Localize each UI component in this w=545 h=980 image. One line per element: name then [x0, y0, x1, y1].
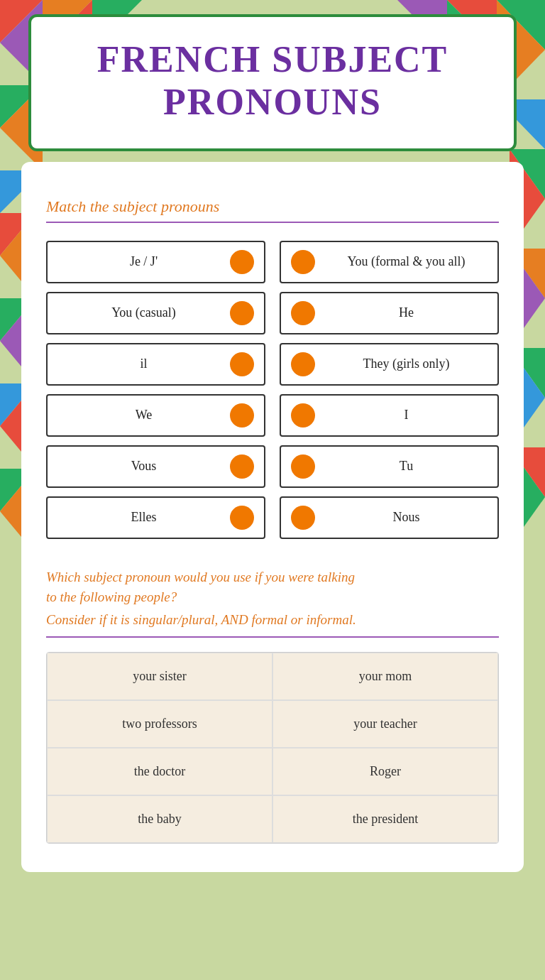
page-title: FRENCH SUBJECT PRONOUNS — [60, 38, 485, 124]
match-grid: Je / J' You (formal & you all) You (casu… — [46, 241, 499, 539]
match-item-left[interactable]: il — [46, 343, 265, 386]
match-label-left: You (casual) — [57, 305, 230, 320]
match-label-left: Elles — [57, 510, 230, 525]
answer-cell[interactable]: your mom — [272, 653, 498, 700]
match-label-right: Tu — [325, 459, 488, 474]
connector-dot[interactable] — [291, 403, 315, 428]
match-item-right[interactable]: They (girls only) — [280, 343, 499, 386]
connector-dot[interactable] — [230, 454, 254, 479]
connector-dot[interactable] — [230, 352, 254, 376]
answer-row: your sister your mom — [47, 653, 498, 700]
match-item-right[interactable]: He — [280, 292, 499, 334]
answer-cell[interactable]: your teacher — [272, 700, 498, 748]
match-label-right: He — [325, 305, 488, 320]
answer-row: the doctor Roger — [47, 748, 498, 795]
answer-cell[interactable]: your sister — [47, 653, 272, 700]
match-label-right: You (formal & you all) — [325, 254, 488, 269]
match-label-right: Nous — [325, 510, 488, 525]
match-row: We I — [46, 394, 499, 437]
connector-dot[interactable] — [291, 250, 315, 274]
match-item-right[interactable]: Tu — [280, 445, 499, 488]
answer-row: two professors your teacher — [47, 700, 498, 748]
connector-dot[interactable] — [230, 301, 254, 325]
match-item-left[interactable]: Elles — [46, 496, 265, 539]
connector-dot[interactable] — [291, 506, 315, 530]
match-row: il They (girls only) — [46, 343, 499, 386]
answer-cell[interactable]: the baby — [47, 795, 272, 843]
match-item-left[interactable]: Je / J' — [46, 241, 265, 283]
match-item-left[interactable]: Vous — [46, 445, 265, 488]
match-item-right[interactable]: Nous — [280, 496, 499, 539]
connector-dot[interactable] — [291, 454, 315, 479]
match-label-right: They (girls only) — [325, 356, 488, 371]
match-item-right[interactable]: You (formal & you all) — [280, 241, 499, 283]
connector-dot[interactable] — [230, 250, 254, 274]
match-row: You (casual) He — [46, 292, 499, 334]
question-sub: Consider if it is singular/plural, AND f… — [46, 612, 499, 628]
match-label-left: We — [57, 408, 230, 423]
main-card: Match the subject pronouns Je / J' You (… — [21, 162, 524, 872]
answer-grid: your sister your mom two professors your… — [46, 652, 499, 844]
answer-row: the baby the president — [47, 795, 498, 843]
answer-cell[interactable]: the president — [272, 795, 498, 843]
match-label-right: I — [325, 408, 488, 423]
connector-dot[interactable] — [230, 403, 254, 428]
match-label-left: Je / J' — [57, 254, 230, 269]
section1-heading: Match the subject pronouns — [46, 197, 499, 216]
connector-dot[interactable] — [291, 352, 315, 376]
section1: Match the subject pronouns — [46, 197, 499, 223]
match-row: Je / J' You (formal & you all) — [46, 241, 499, 283]
match-item-right[interactable]: I — [280, 394, 499, 437]
header-card: FRENCH SUBJECT PRONOUNS — [28, 14, 517, 151]
match-row: Elles Nous — [46, 496, 499, 539]
connector-dot[interactable] — [230, 506, 254, 530]
connector-dot[interactable] — [291, 301, 315, 325]
match-label-left: il — [57, 356, 230, 371]
match-item-left[interactable]: You (casual) — [46, 292, 265, 334]
match-row: Vous Tu — [46, 445, 499, 488]
answer-cell[interactable]: two professors — [47, 700, 272, 748]
answer-cell[interactable]: the doctor — [47, 748, 272, 795]
answer-cell[interactable]: Roger — [272, 748, 498, 795]
match-label-left: Vous — [57, 459, 230, 474]
section2: Which subject pronoun would you use if y… — [46, 567, 499, 638]
question-text: Which subject pronoun would you use if y… — [46, 567, 499, 608]
match-item-left[interactable]: We — [46, 394, 265, 437]
